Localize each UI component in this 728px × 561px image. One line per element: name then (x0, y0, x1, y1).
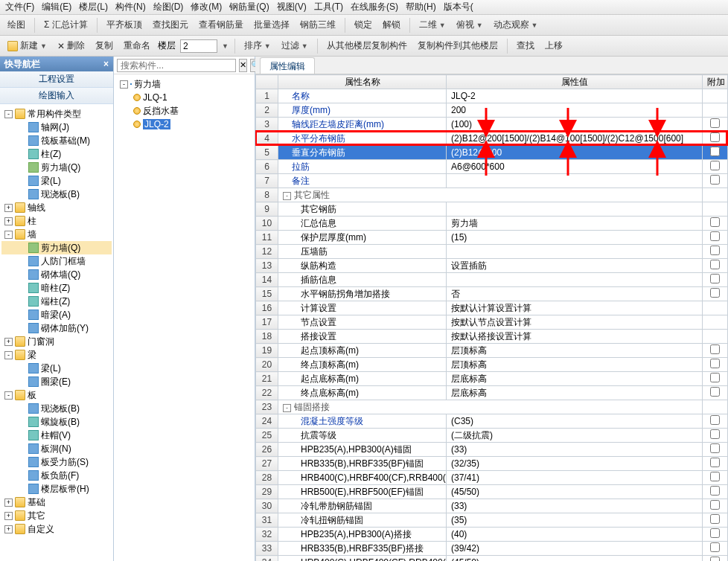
prop-extra-cell[interactable] (703, 471, 728, 485)
component-tree-item[interactable]: JLQ-1 (117, 91, 252, 104)
prop-value-cell[interactable]: (100) (447, 118, 703, 132)
prop-value-cell[interactable]: 层顶标高 (447, 344, 703, 358)
nav-tree-item[interactable]: 暗梁(A) (1, 308, 112, 321)
nav-tree-item[interactable]: 筏板基础(M) (1, 134, 112, 147)
toolbar-button[interactable]: 动态观察 ▼ (491, 17, 541, 33)
menu-item[interactable]: 在线服务(S) (348, 1, 400, 13)
prop-extra-cell[interactable] (703, 556, 728, 562)
toolbar-button[interactable]: 二维 ▼ (416, 17, 449, 33)
nav-tree-item[interactable]: 楼层板带(H) (1, 482, 112, 496)
category-cell[interactable]: -锚固搭接 (278, 400, 703, 414)
prop-value-cell[interactable] (447, 202, 703, 217)
menu-item[interactable]: 绘图(D) (151, 1, 186, 13)
nav-tree-item[interactable]: +轴线 (1, 201, 112, 214)
prop-value-cell[interactable]: (32/35) (447, 457, 703, 471)
toolbar-button[interactable]: 平齐板顶 (103, 17, 145, 33)
nav-tree-item[interactable]: 砌体加筋(Y) (1, 321, 112, 335)
nav-tree-item[interactable]: 轴网(J) (1, 121, 112, 134)
grid-row[interactable]: 34HRB400(C),HRBF400(CF),RRB400(D)搭(45/50… (256, 556, 728, 562)
rename-button[interactable]: 重命名 (121, 38, 153, 54)
menu-item[interactable]: 楼层(L) (77, 1, 110, 13)
prop-extra-cell[interactable] (703, 174, 728, 188)
grid-row[interactable]: 23-锚固搭接 (256, 400, 728, 414)
grid-row[interactable]: 30冷轧带肋钢筋锚固(33) (256, 499, 728, 513)
prop-value-cell[interactable] (447, 245, 703, 259)
nav-tab-draw[interactable]: 绘图输入 (0, 88, 113, 104)
move-up-button[interactable]: 上移 (542, 38, 566, 54)
prop-extra-cell[interactable] (703, 485, 728, 499)
nav-tree-item[interactable]: 现浇板(B) (1, 402, 112, 415)
grid-row[interactable]: 4水平分布钢筋(2)B12@200[1500]/(2)B14@100[1500]… (256, 132, 728, 146)
prop-extra-cell[interactable] (703, 315, 728, 330)
prop-value-cell[interactable]: (15) (447, 231, 703, 245)
nav-tree-item[interactable]: -墙 (1, 228, 112, 241)
extra-checkbox[interactable] (710, 132, 720, 142)
expand-icon[interactable]: + (4, 217, 13, 225)
prop-extra-cell[interactable] (703, 103, 728, 118)
nav-tree-item[interactable]: 板洞(N) (1, 442, 112, 455)
nav-tree-item[interactable]: +柱 (1, 214, 112, 228)
expand-icon[interactable]: + (4, 338, 13, 346)
prop-extra-cell[interactable] (703, 287, 728, 301)
nav-tree-item[interactable]: +基础 (1, 496, 112, 509)
expand-icon[interactable]: + (4, 525, 13, 533)
nav-tree-item[interactable]: 圈梁(E) (1, 375, 112, 388)
grid-row[interactable]: 16计算设置按默认计算设置计算 (256, 301, 728, 315)
extra-checkbox[interactable] (710, 514, 720, 524)
prop-extra-cell[interactable] (703, 160, 728, 174)
menu-item[interactable]: 构件(N) (113, 1, 148, 13)
prop-value-cell[interactable]: 200 (447, 103, 703, 118)
prop-extra-cell[interactable] (703, 542, 728, 556)
grid-row[interactable]: 3轴线距左墙皮距离(mm)(100) (256, 118, 728, 132)
extra-checkbox[interactable] (710, 359, 720, 368)
component-tree-item[interactable]: JLQ-2 (117, 118, 252, 131)
prop-value-cell[interactable]: 层底标高 (447, 372, 703, 386)
prop-value-cell[interactable]: (C35) (447, 414, 703, 429)
grid-row[interactable]: 25抗震等级(二级抗震) (256, 429, 728, 443)
grid-row[interactable]: 10汇总信息剪力墙 (256, 217, 728, 231)
copy-from-floor-button[interactable]: 从其他楼层复制构件 (324, 38, 410, 54)
prop-value-cell[interactable]: (33) (447, 499, 703, 513)
prop-extra-cell[interactable] (703, 457, 728, 471)
extra-checkbox[interactable] (710, 500, 720, 510)
grid-row[interactable]: 29HRB500(E),HRBF500(EF)锚固(45/50) (256, 485, 728, 499)
grid-row[interactable]: 31冷轧扭钢筋锚固(35) (256, 513, 728, 528)
prop-value-cell[interactable]: JLQ-2 (447, 89, 703, 103)
toolbar-button[interactable]: 查找图元 (150, 17, 191, 33)
extra-checkbox[interactable] (710, 288, 720, 298)
grid-row[interactable]: 22终点底标高(m)层底标高 (256, 386, 728, 400)
extra-checkbox[interactable] (710, 147, 720, 156)
expand-icon[interactable]: + (4, 512, 13, 520)
copy-button[interactable]: 复制 (92, 38, 116, 54)
extra-checkbox[interactable] (710, 161, 720, 170)
extra-checkbox[interactable] (710, 528, 720, 538)
nav-tree-item[interactable]: +其它 (1, 509, 112, 522)
new-button[interactable]: 新建 ▼ (4, 38, 50, 54)
tab-property-edit[interactable]: 属性编辑 (260, 57, 315, 74)
grid-row[interactable]: 6拉筋A6@600*600 (256, 160, 728, 174)
prop-value-cell[interactable]: 层底标高 (447, 386, 703, 400)
search-input[interactable] (117, 59, 236, 72)
extra-checkbox[interactable] (710, 344, 720, 354)
menu-item[interactable]: 版本号( (441, 1, 476, 13)
nav-tree-item[interactable]: 柱帽(V) (1, 429, 112, 442)
extra-checkbox[interactable] (710, 443, 720, 453)
grid-row[interactable]: 33HRB335(B),HRBF335(BF)搭接(39/42) (256, 542, 728, 556)
extra-checkbox[interactable] (710, 246, 720, 255)
expand-icon[interactable]: + (4, 499, 13, 507)
prop-extra-cell[interactable] (703, 528, 728, 542)
menu-item[interactable]: 文件(F) (3, 1, 36, 13)
grid-row[interactable]: 32HPB235(A),HPB300(A)搭接(40) (256, 528, 728, 542)
extra-checkbox[interactable] (710, 557, 720, 561)
grid-row[interactable]: 28HRB400(C),HRBF400(CF),RRB400(D)锚(37/41… (256, 471, 728, 485)
toolbar-button[interactable]: 俯视 ▼ (453, 17, 486, 33)
expand-icon[interactable]: - (4, 231, 13, 239)
extra-checkbox[interactable] (710, 118, 720, 128)
nav-tree-item[interactable]: 人防门框墙 (1, 254, 112, 268)
extra-checkbox[interactable] (710, 387, 720, 397)
grid-row[interactable]: 26HPB235(A),HPB300(A)锚固(33) (256, 443, 728, 457)
prop-value-cell[interactable]: (37/41) (447, 471, 703, 485)
prop-value-cell[interactable]: (45/50) (447, 485, 703, 499)
floor-combo[interactable] (180, 39, 217, 53)
grid-row[interactable]: 9其它钢筋 (256, 202, 728, 217)
